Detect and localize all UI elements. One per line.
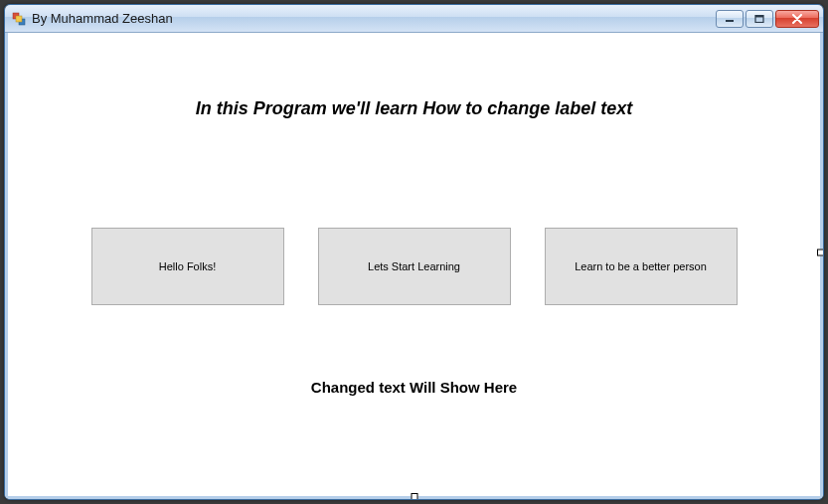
titlebar[interactable]: By Muhammad Zeeshan	[5, 5, 823, 33]
window-controls	[716, 10, 819, 28]
button-label: Hello Folks!	[159, 260, 216, 272]
app-icon	[11, 11, 27, 27]
close-button[interactable]	[775, 10, 819, 28]
output-label: Changed text Will Show Here	[8, 379, 820, 396]
button-label: Learn to be a better person	[575, 260, 707, 272]
heading-label: In this Program we'll learn How to chang…	[8, 98, 820, 119]
svg-rect-2	[16, 16, 22, 22]
hello-folks-button[interactable]: Hello Folks!	[91, 228, 284, 305]
minimize-button[interactable]	[716, 10, 744, 28]
resize-handle-bottom[interactable]	[411, 493, 417, 500]
app-window: By Muhammad Zeeshan In this Program we'l	[4, 4, 824, 500]
resize-handle-right[interactable]	[817, 249, 824, 255]
minimize-icon	[725, 15, 735, 23]
learn-better-person-button[interactable]: Learn to be a better person	[545, 228, 738, 305]
window-title: By Muhammad Zeeshan	[32, 11, 716, 26]
close-icon	[791, 14, 803, 24]
lets-start-learning-button[interactable]: Lets Start Learning	[318, 228, 511, 305]
maximize-button[interactable]	[745, 10, 773, 28]
maximize-icon	[754, 15, 764, 23]
svg-rect-3	[726, 20, 734, 22]
svg-rect-5	[755, 15, 763, 17]
button-row: Hello Folks! Lets Start Learning Learn t…	[8, 228, 820, 305]
client-area: In this Program we'll learn How to chang…	[5, 33, 823, 499]
button-label: Lets Start Learning	[368, 260, 460, 272]
